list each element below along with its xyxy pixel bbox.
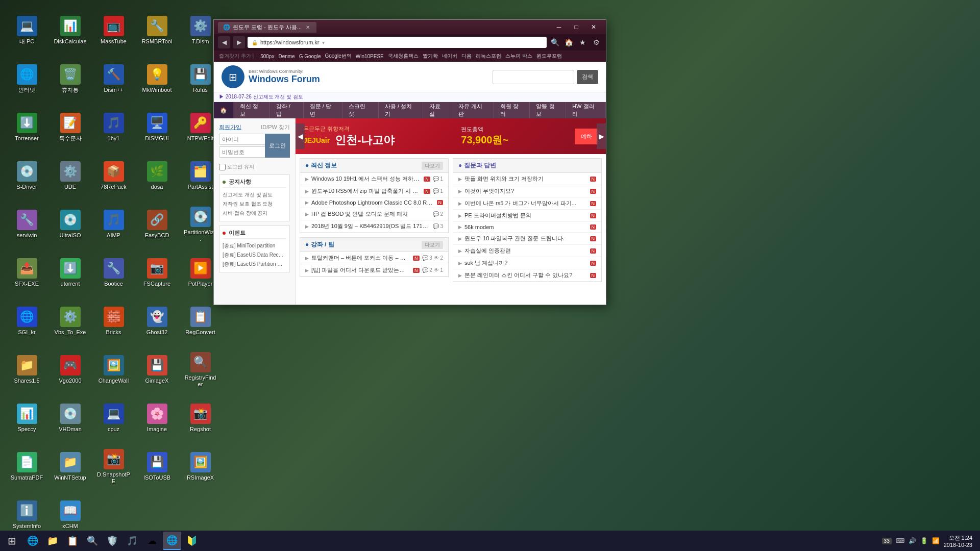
notice-link-1[interactable]: 신고제도 개선 및 검토	[223, 190, 286, 199]
notice-link-3[interactable]: 서버 접속 장애 공지	[223, 209, 286, 218]
banner-cta-btn[interactable]: 예하	[575, 129, 598, 144]
desktop-icon-s-driver[interactable]: 💿 S-Driver	[8, 153, 46, 199]
desktop-icon-vhdman[interactable]: 💿 VHDman	[51, 395, 89, 441]
desktop-icon-regconvert[interactable]: 📋 RegConvert	[181, 298, 219, 344]
qa-item-2[interactable]: ▶ 이것이 무엇이지요? N	[453, 185, 601, 197]
desktop-icon-fscapture[interactable]: 📷 FSCapture	[138, 250, 176, 296]
desktop-icon-imagine[interactable]: 🌸 Imagine	[138, 395, 176, 441]
remember-login[interactable]: 로그인 유지	[219, 163, 290, 170]
bookmark-스누피-박스[interactable]: 스누피 박스	[505, 53, 532, 60]
close-btn[interactable]: ✕	[585, 20, 602, 34]
nav-hw[interactable]: HW 갤러리	[566, 102, 606, 118]
bookmark-다음[interactable]: 다음	[461, 53, 472, 60]
desktop-icon-winntsetup[interactable]: 📁 WinNTSetup	[51, 444, 89, 490]
desktop-icon-dsnapshotpe[interactable]: 📸 D.SnapshotPE	[94, 444, 133, 490]
event-link-2[interactable]: [종료] EaseUS Data Recovery	[223, 251, 286, 260]
keyboard-icon[interactable]: ⌨	[896, 537, 904, 544]
taskbar-ie[interactable]: 🌐	[23, 532, 42, 550]
system-clock[interactable]: 오전 1:24 2018-10-23	[944, 534, 972, 548]
desktop-icon-gimageX[interactable]: 💾 GimageX	[138, 347, 176, 393]
desktop-icon-recycle-bin[interactable]: 🗑️ 휴지통	[51, 56, 89, 102]
desktop-icon-aimp[interactable]: 🎵 AIMP	[94, 202, 133, 247]
desktop-icon-changewall[interactable]: 🖼️ ChangeWall	[94, 347, 133, 393]
maximize-btn[interactable]: □	[568, 20, 584, 34]
nav-qa[interactable]: 질문 / 답변	[304, 102, 343, 118]
forward-btn[interactable]: ▶	[233, 36, 245, 48]
desktop-icon-1by1[interactable]: 🎵 1by1	[94, 105, 133, 151]
nav-free[interactable]: 자유 게시판	[452, 102, 494, 118]
forum-search-input[interactable]	[493, 70, 574, 84]
taskbar-item-6[interactable]: 🎵	[123, 532, 141, 550]
forum-banner[interactable]: 두근두근 취향저격 JEJUair 인천-나고야 편도총액 73,900원~	[296, 118, 606, 154]
desktop-icon-isotousb[interactable]: 💾 ISOToUSB	[138, 444, 176, 490]
desktop-icon-bricks[interactable]: 🧱 Bricks	[94, 298, 133, 344]
star-icon[interactable]: ★	[577, 37, 588, 48]
notice-link-2[interactable]: 저작권 보호 협조 요청	[223, 199, 286, 209]
desktop-icon-dism[interactable]: 🔨 Dism++	[94, 56, 133, 102]
desktop-icon-mkwimboot[interactable]: 💡 MkWimboot	[138, 56, 176, 102]
desktop-icon-ghost32[interactable]: 👻 Ghost32	[138, 298, 176, 344]
desktop-icon-dismgui[interactable]: 🖥️ DiSMGUI	[138, 105, 176, 151]
news-item-3[interactable]: ▶ Adobe Photoshop Lightroom Classic CC 8…	[300, 197, 448, 208]
news-item-1[interactable]: ▶ Windows 10 19H1 에서 스팩터 성능 저하가 거의 ... N…	[300, 173, 448, 185]
battery-icon[interactable]: 🔋	[920, 537, 928, 544]
taskbar-item-7[interactable]: ☁	[143, 532, 161, 550]
tab-close-btn[interactable]: ✕	[304, 23, 311, 31]
qa-item-9[interactable]: ▶ 본문 레인미터 스킨 어디서 구할 수 있나요? N	[453, 269, 601, 282]
taskbar-explorer[interactable]: 📁	[43, 532, 62, 550]
banner-scroll-right[interactable]: ▶	[597, 123, 606, 149]
news-item-2[interactable]: ▶ 윈도우10 RS5에서 zip 파일 압축풀기 시 달아쓰기... N 💬 …	[300, 185, 448, 197]
desktop-icon-vbs-to-exe[interactable]: ⚙️ Vbs_To_Exe	[51, 298, 89, 344]
bookmark-짤기학[interactable]: 짤기학	[423, 53, 438, 60]
forum-notice-bar[interactable]: ▶ 2018-07-26 신고제도 개선 및 검토	[214, 92, 606, 102]
network-icon[interactable]: 📶	[932, 537, 940, 544]
bookmark-윈도우포럼[interactable]: 윈도우포럼	[536, 53, 562, 60]
desktop-icon-rsimage[interactable]: 🖼️ RSImageX	[181, 444, 219, 490]
volume-icon[interactable]: 🔊	[909, 537, 916, 544]
taskbar-item-5[interactable]: 🛡️	[103, 532, 121, 550]
desktop-icon-vgo2000[interactable]: 🎮 Vgo2000	[51, 347, 89, 393]
nav-data[interactable]: 자료실	[423, 102, 452, 118]
desktop-icon-registryfinder[interactable]: 🔍 RegistryFinder	[181, 347, 219, 393]
desktop-icon-rsmbrtool[interactable]: 🔧 RSMBRTool	[138, 8, 176, 54]
settings-icon[interactable]: ⚙	[591, 37, 602, 48]
bookmark-국세청홈택스[interactable]: 국세청홈택스	[388, 53, 419, 60]
desktop-icon-dosa[interactable]: 🌿 dosa	[138, 153, 176, 199]
qa-item-4[interactable]: ▶ PE 드라이버설치방법 문의 N	[453, 210, 601, 222]
back-btn[interactable]: ◀	[218, 36, 230, 48]
add-favorites-btn[interactable]: 즐겨찾기 추가 |	[216, 52, 256, 61]
taskbar-item-3[interactable]: 📋	[63, 532, 82, 550]
banner-scroll-left[interactable]: ◀	[296, 123, 305, 149]
bookmark-win10pese[interactable]: Win10PESE	[356, 54, 384, 59]
desktop-icon-regshot[interactable]: 📸 Regshot	[181, 395, 219, 441]
nav-tips[interactable]: 강좌 / 팁	[270, 102, 304, 118]
desktop-icon-sgi-kr[interactable]: 🌐 SGI_kr	[8, 298, 46, 344]
desktop-icon-shares15[interactable]: 📁 Shares1.5	[8, 347, 46, 393]
address-bar[interactable]: 🔒 https://windowsforum.kr ▾	[248, 37, 547, 48]
event-link-1[interactable]: [종료] MiniTool partition	[223, 241, 286, 251]
news-item-5[interactable]: ▶ 2018년 10월 9일 – KB4462919(OS 빌드 17134.3…	[300, 220, 448, 233]
bookmark-denme[interactable]: Denme	[278, 54, 295, 59]
desktop-icon-my-pc[interactable]: 💻 내 PC	[8, 8, 46, 54]
desktop-icon-masstube[interactable]: 📺 MassTube	[94, 8, 133, 54]
desktop-icon-78repack[interactable]: 📦 78RePack	[94, 153, 133, 199]
search-icon[interactable]: 🔍	[549, 37, 560, 48]
member-join-link[interactable]: 회원가입	[219, 123, 241, 131]
nav-bargain[interactable]: 알뜰 정보	[530, 102, 566, 118]
desktop-icon-cpuz[interactable]: 💻 cpuz	[94, 395, 133, 441]
bookmark-네이버[interactable]: 네이버	[442, 53, 457, 60]
nav-news[interactable]: 최신 정보	[234, 102, 270, 118]
desktop-icon-serviwin[interactable]: 🔧 serviwin	[8, 202, 46, 247]
taskbar-browser-active[interactable]: 🌐	[163, 532, 181, 550]
tips-item-2[interactable]: ▶ [팁] 파일을 어디서 다운로드 받았는지 알려... N 💬 2 👁 1	[300, 264, 448, 277]
desktop-icon-special-note[interactable]: 📝 특수문자	[51, 105, 89, 151]
desktop-icon-speccy[interactable]: 📊 Speccy	[8, 395, 46, 441]
taskbar-item-9[interactable]: 🔰	[183, 532, 201, 550]
desktop-icon-torrenser[interactable]: ⬇️ Torrenser	[8, 105, 46, 151]
tips-more-btn[interactable]: 다보기	[422, 241, 443, 249]
desktop-icon-internet[interactable]: 🌐 인터넷	[8, 56, 46, 102]
news-more-btn[interactable]: 다보기	[422, 162, 443, 170]
qa-item-6[interactable]: ▶ 윈도우 10 파일복구 관련 질문 드립니다. N	[453, 233, 601, 245]
desktop-icon-bootice[interactable]: 🔧 Bootice	[94, 250, 133, 296]
tips-item-1[interactable]: ▶ 토탈커맨더 – 버튼에 포커스 이동 – 단축키 N 💬 3 👁 2	[300, 252, 448, 264]
